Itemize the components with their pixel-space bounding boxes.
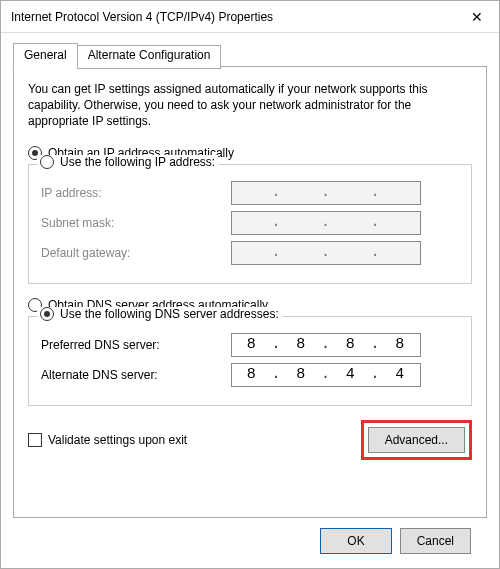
- ip-address-label: IP address:: [41, 186, 231, 200]
- tab-bar: General Alternate Configuration: [13, 43, 487, 67]
- validate-label: Validate settings upon exit: [48, 433, 187, 447]
- intro-text: You can get IP settings assigned automat…: [28, 81, 472, 130]
- radio-dns-manual[interactable]: Use the following DNS server addresses:: [37, 307, 282, 321]
- default-gateway-label: Default gateway:: [41, 246, 231, 260]
- close-icon[interactable]: ✕: [454, 1, 499, 32]
- ip-address-input: . . .: [231, 181, 421, 205]
- radio-dns-manual-label: Use the following DNS server addresses:: [60, 307, 279, 321]
- radio-icon: [40, 155, 54, 169]
- cancel-button[interactable]: Cancel: [400, 528, 471, 554]
- window-title: Internet Protocol Version 4 (TCP/IPv4) P…: [11, 10, 454, 24]
- advanced-highlight: Advanced...: [361, 420, 472, 460]
- subnet-mask-input: . . .: [231, 211, 421, 235]
- alternate-dns-input[interactable]: 8. 8. 4. 4: [231, 363, 421, 387]
- subnet-mask-label: Subnet mask:: [41, 216, 231, 230]
- tab-panel-general: You can get IP settings assigned automat…: [13, 66, 487, 518]
- checkbox-icon: [28, 433, 42, 447]
- advanced-button[interactable]: Advanced...: [368, 427, 465, 453]
- radio-ip-manual-label: Use the following IP address:: [60, 155, 215, 169]
- content-area: General Alternate Configuration You can …: [1, 33, 499, 568]
- dialog-footer: OK Cancel: [13, 518, 487, 554]
- preferred-dns-label: Preferred DNS server:: [41, 338, 231, 352]
- group-ip-manual: Use the following IP address: IP address…: [28, 164, 472, 284]
- radio-ip-manual[interactable]: Use the following IP address:: [37, 155, 218, 169]
- ok-button[interactable]: OK: [320, 528, 391, 554]
- bottom-row: Validate settings upon exit Advanced...: [28, 420, 472, 460]
- tab-general[interactable]: General: [13, 43, 78, 67]
- tab-alternate[interactable]: Alternate Configuration: [77, 45, 222, 69]
- group-dns-manual: Use the following DNS server addresses: …: [28, 316, 472, 406]
- radio-icon: [40, 307, 54, 321]
- dialog-window: Internet Protocol Version 4 (TCP/IPv4) P…: [0, 0, 500, 569]
- titlebar: Internet Protocol Version 4 (TCP/IPv4) P…: [1, 1, 499, 33]
- default-gateway-input: . . .: [231, 241, 421, 265]
- alternate-dns-label: Alternate DNS server:: [41, 368, 231, 382]
- validate-checkbox[interactable]: Validate settings upon exit: [28, 433, 187, 447]
- preferred-dns-input[interactable]: 8. 8. 8. 8: [231, 333, 421, 357]
